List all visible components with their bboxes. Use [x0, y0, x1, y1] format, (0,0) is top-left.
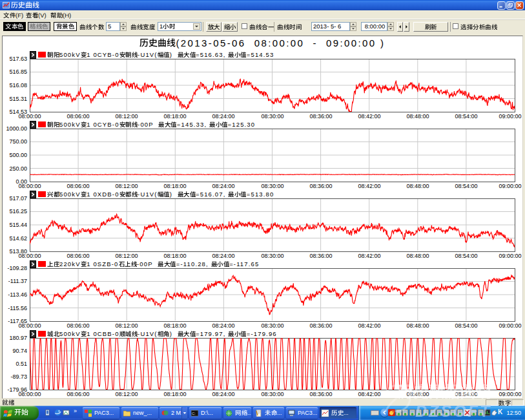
svg-text:C:: C: [192, 412, 196, 415]
